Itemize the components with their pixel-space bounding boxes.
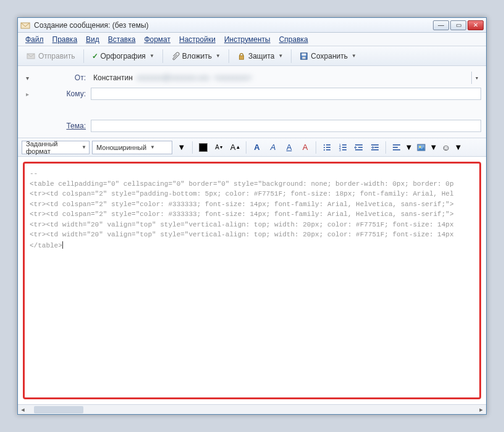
- emoji-dropdown[interactable]: ▼: [455, 141, 461, 154]
- bold-button[interactable]: A: [250, 141, 264, 154]
- attach-button[interactable]: Вложить▼: [167, 49, 225, 63]
- separator: [291, 49, 292, 63]
- number-list-button[interactable]: 123: [336, 141, 350, 154]
- lock-icon: [237, 52, 246, 60]
- from-dropdown[interactable]: ▾: [471, 72, 481, 84]
- check-icon: ✓: [92, 52, 98, 60]
- save-button[interactable]: Сохранить▼: [295, 49, 361, 63]
- align-button[interactable]: [390, 141, 403, 154]
- svg-rect-5: [303, 56, 306, 59]
- paperclip-icon: [171, 52, 180, 60]
- chevron-down-icon: ▼: [455, 143, 463, 152]
- svg-text:3: 3: [339, 148, 341, 152]
- from-field[interactable]: Константин xxxxxxx@xxxxxxx.xxx <xxxxxxxx…: [91, 72, 481, 84]
- svg-rect-4: [302, 53, 306, 56]
- svg-rect-18: [355, 144, 363, 146]
- separator: [229, 49, 229, 63]
- security-button[interactable]: Защита▼: [233, 49, 287, 63]
- format-toolbar: Заданный формат▼ Моноширинный▼ ▼ A▼ A▲ A…: [18, 138, 486, 157]
- from-label: От:: [36, 73, 86, 82]
- menu-view[interactable]: Вид: [82, 34, 103, 45]
- menu-help[interactable]: Справка: [275, 34, 312, 45]
- italic-button[interactable]: A: [266, 141, 280, 154]
- menu-insert[interactable]: Вставка: [104, 34, 140, 45]
- align-dropdown[interactable]: ▼: [406, 141, 412, 154]
- body-area: -- <table cellpadding="0" cellspacing="0…: [18, 157, 486, 414]
- close-button[interactable]: ✕: [468, 20, 484, 30]
- scroll-left-arrow[interactable]: ◄: [18, 405, 28, 414]
- smiley-icon: ☺: [442, 143, 450, 152]
- outdent-button[interactable]: [352, 141, 366, 154]
- chevron-down-icon[interactable]: ▼: [149, 53, 154, 59]
- subject-field[interactable]: [91, 120, 481, 132]
- svg-rect-26: [393, 149, 400, 151]
- text-color-button[interactable]: [196, 141, 210, 154]
- to-field[interactable]: [91, 88, 481, 100]
- send-button[interactable]: Отправить: [22, 49, 80, 64]
- chevron-down-icon[interactable]: ▼: [278, 53, 283, 59]
- chevron-down-icon[interactable]: ▼: [351, 53, 356, 59]
- chevron-down-icon: ▼: [150, 144, 155, 150]
- chevron-down-icon: ▼: [405, 143, 413, 152]
- svg-rect-9: [326, 147, 330, 148]
- scroll-right-arrow[interactable]: ►: [476, 405, 486, 414]
- underline-button[interactable]: A: [282, 141, 296, 154]
- separator: [83, 49, 84, 63]
- chevron-down-icon: ▼: [178, 143, 186, 152]
- font-family-select[interactable]: Моноширинный▼: [92, 141, 172, 154]
- menu-tools[interactable]: Инструменты: [220, 34, 274, 45]
- emoji-button[interactable]: ☺: [439, 141, 453, 154]
- message-headers: ▾ От: Константин xxxxxxx@xxxxxxx.xxx <xx…: [18, 66, 486, 138]
- titlebar[interactable]: Создание сообщения: (без темы) — ▭ ✕: [18, 18, 486, 33]
- svg-point-28: [419, 146, 421, 147]
- font-smaller-button[interactable]: ▼: [175, 141, 188, 154]
- svg-rect-11: [326, 149, 330, 151]
- expand-toggle[interactable]: ▸: [23, 91, 32, 98]
- collapse-toggle[interactable]: ▾: [23, 75, 32, 81]
- clear-format-button[interactable]: A: [298, 141, 312, 154]
- scroll-thumb[interactable]: [34, 406, 83, 413]
- svg-rect-21: [371, 144, 379, 146]
- menubar: Файл Правка Вид Вставка Формат Настройки…: [18, 33, 486, 46]
- svg-point-10: [324, 149, 325, 151]
- spell-button[interactable]: ✓ Орфография▼: [88, 49, 159, 63]
- font-increase-button[interactable]: A▲: [229, 141, 242, 154]
- color-swatch: [199, 143, 208, 152]
- horizontal-scrollbar[interactable]: ◄ ►: [18, 404, 486, 414]
- svg-rect-17: [342, 149, 346, 151]
- separator: [162, 49, 163, 63]
- svg-rect-20: [355, 149, 363, 151]
- svg-point-6: [324, 144, 325, 146]
- svg-rect-19: [358, 147, 363, 148]
- chevron-down-icon[interactable]: ▼: [216, 53, 220, 59]
- save-icon: [300, 52, 308, 60]
- bullet-list-button[interactable]: [320, 141, 334, 154]
- chevron-down-icon: ▼: [430, 143, 438, 152]
- menu-file[interactable]: Файл: [22, 34, 48, 45]
- window-title: Создание сообщения: (без темы): [34, 21, 149, 30]
- to-label: Кому:: [36, 89, 86, 98]
- maximize-button[interactable]: ▭: [450, 20, 466, 30]
- svg-rect-7: [326, 144, 330, 146]
- main-toolbar: Отправить ✓ Орфография▼ Вложить▼ Защита▼…: [18, 46, 486, 66]
- indent-button[interactable]: [368, 141, 382, 154]
- menu-settings[interactable]: Настройки: [175, 34, 219, 45]
- svg-rect-25: [393, 147, 398, 148]
- svg-rect-22: [374, 147, 379, 148]
- menu-format[interactable]: Формат: [140, 34, 174, 45]
- send-icon: [26, 51, 36, 61]
- svg-rect-13: [342, 144, 346, 146]
- insert-image-button[interactable]: [414, 141, 428, 154]
- svg-rect-24: [393, 144, 400, 146]
- image-dropdown[interactable]: ▼: [430, 141, 437, 154]
- menu-edit[interactable]: Правка: [49, 34, 82, 45]
- svg-rect-2: [239, 56, 243, 59]
- message-body-editor[interactable]: -- <table cellpadding="0" cellspacing="0…: [23, 162, 481, 399]
- svg-rect-23: [371, 149, 379, 151]
- paragraph-style-select[interactable]: Заданный формат▼: [22, 141, 90, 154]
- font-decrease-button[interactable]: A▼: [212, 141, 226, 154]
- subject-label: Тема:: [36, 122, 86, 130]
- svg-rect-15: [342, 147, 346, 148]
- chevron-down-icon: ▼: [82, 144, 86, 150]
- minimize-button[interactable]: —: [433, 20, 449, 30]
